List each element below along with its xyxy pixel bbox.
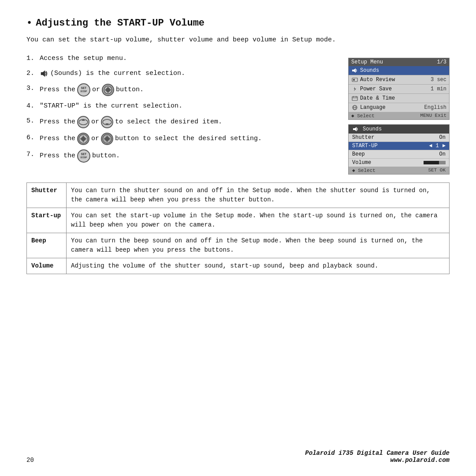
sounds-label: Sounds [360, 67, 446, 74]
table-row-startup: Start-up You can set the start-up volume… [27, 208, 450, 233]
page-footer: 20 Polaroid i735 Digital Camera User Gui… [26, 450, 450, 464]
svg-rect-25 [353, 79, 355, 81]
footer-website: www.polaroid.com [305, 457, 450, 464]
setup-row-powersave: Power Save 1 min [349, 85, 449, 94]
speaker-icon [40, 70, 48, 78]
step-4-num: 4. [26, 101, 40, 112]
shutter-label: Shutter [352, 134, 439, 141]
step-4-content: "START-UP" is the current selection. [40, 101, 182, 112]
beep-label: Beep [352, 151, 439, 157]
joystick-button-2a[interactable] [77, 133, 89, 145]
autoreview-value: 3 sec [431, 77, 446, 83]
step-3-num: 3. [26, 83, 40, 94]
setup-footer-exit: MENU Exit [420, 113, 446, 119]
step-1-content: Access the setup menu. [40, 53, 127, 64]
step-7-text-after: button. [92, 151, 120, 161]
set-disp-button-1[interactable]: SET DISP [77, 83, 90, 97]
set-disp-button-2[interactable]: SET DISP [77, 149, 90, 163]
joystick-button-1[interactable] [102, 84, 114, 96]
sounds-panel-title: Sounds [363, 126, 382, 132]
step-2-content: (Sounds) is the current selection. [40, 68, 185, 79]
step-6-num: 6. [26, 133, 40, 143]
sounds-panel-footer: ◆ Select SET OK [349, 167, 449, 174]
step-6-text-before: Press the [40, 134, 75, 144]
step-2-text: (Sounds) is the current selection. [50, 68, 185, 79]
step-6-content: Press the or [40, 133, 262, 145]
setup-row-datetime: Date & Time [349, 94, 449, 103]
language-icon [351, 104, 358, 111]
sounds-panel-icon [352, 126, 359, 133]
bullet-icon: • [26, 19, 32, 28]
powersave-label: Power Save [360, 86, 431, 92]
step-3-or: or [92, 85, 100, 95]
volume-fill [424, 161, 439, 164]
datetime-icon [351, 95, 358, 102]
svg-marker-0 [41, 71, 45, 77]
svg-point-18 [105, 137, 109, 141]
sounds-icon [351, 67, 358, 74]
step-7-content: Press the SET DISP button. [40, 149, 120, 163]
footer-brand: Polaroid i735 Digital Camera User Guide … [305, 450, 450, 464]
page: • Adjusting the START-UP Volume You can … [0, 0, 476, 476]
powersave-value: 1 min [431, 86, 446, 92]
table-label-volume: Volume [27, 258, 67, 274]
table-row-shutter: Shutter You can turn the shutter sound o… [27, 183, 450, 208]
nav-up-button[interactable] [77, 116, 89, 128]
step-1-num: 1. [26, 53, 40, 64]
step-5-text-after: to select the desired item. [115, 117, 222, 127]
setup-row-sounds: Sounds [349, 66, 449, 75]
table-label-startup: Start-up [27, 208, 67, 233]
table-desc-beep: You can turn the beep sound on and off i… [67, 233, 450, 258]
table-row-volume: Volume Adjusting the volume of the shutt… [27, 258, 450, 274]
step-6-or: or [91, 134, 99, 144]
autoreview-icon [351, 76, 358, 83]
table-label-shutter: Shutter [27, 183, 67, 208]
step-6-text-after: button to select the desired setting. [115, 134, 262, 144]
setup-menu-panel: Setup Menu 1/3 Sounds [348, 58, 450, 120]
step-5-text-before: Press the [40, 117, 75, 127]
step-4: 4. "START-UP" is the current selection. [26, 101, 338, 112]
datetime-label: Date & Time [360, 95, 446, 101]
setup-menu-title: Setup Menu [351, 59, 383, 65]
setup-menu-footer: ◆ Select MENU Exit [349, 112, 449, 119]
step-3: 3. Press the SET DISP or [26, 83, 338, 97]
step-3-text-after: button. [116, 85, 144, 95]
svg-rect-26 [352, 97, 357, 100]
section-title: • Adjusting the START-UP Volume [26, 18, 450, 29]
nav-down-button[interactable] [101, 116, 113, 128]
step-1-text: Access the setup menu. [40, 53, 127, 64]
sounds-panel-header: Sounds [349, 125, 449, 134]
step-3-content: Press the SET DISP or [40, 83, 144, 97]
joystick-button-2b[interactable] [101, 133, 113, 145]
table-desc-shutter: You can turn the shutter sound on and of… [67, 183, 450, 208]
footer-brand-line1: Polaroid i735 Digital Camera User Guide [305, 450, 450, 457]
intro-paragraph: You can set the start-up volume, shutter… [26, 35, 450, 45]
sounds-row-shutter: Shutter On [349, 134, 449, 142]
sounds-row-volume: Volume [349, 159, 449, 167]
sounds-footer-ok: SET OK [428, 167, 446, 173]
step-5-content: Press the or to select t [40, 116, 222, 128]
language-label: Language [360, 104, 424, 111]
step-2: 2. (Sounds) is the current selection. [26, 68, 338, 79]
sounds-panel: Sounds Shutter On START-UP ◄ 1 ► Beep [348, 124, 450, 175]
sounds-footer-select: ◆ Select [352, 167, 376, 173]
svg-marker-23 [352, 68, 356, 73]
step-7: 7. Press the SET DISP button. [26, 149, 338, 163]
step-2-num: 2. [26, 68, 40, 79]
right-arrow-icon: ► [443, 143, 446, 149]
sounds-row-startup: START-UP ◄ 1 ► [349, 142, 449, 150]
table-label-beep: Beep [27, 233, 67, 258]
setup-row-language: Language English [349, 103, 449, 112]
svg-point-12 [82, 137, 85, 141]
content-area: 1. Access the setup menu. 2. ( [26, 53, 450, 175]
step-5-num: 5. [26, 116, 40, 126]
volume-label: Volume [352, 160, 424, 166]
table-desc-startup: You can set the start-up volume in the S… [67, 208, 450, 233]
svg-marker-33 [353, 127, 357, 131]
step-7-text-before: Press the [40, 151, 75, 161]
volume-bar [424, 161, 446, 164]
step-3-text-before: Press the [40, 85, 75, 95]
shutter-value: On [439, 134, 446, 141]
step-4-text: "START-UP" is the current selection. [40, 101, 182, 112]
page-number: 20 [26, 457, 34, 464]
